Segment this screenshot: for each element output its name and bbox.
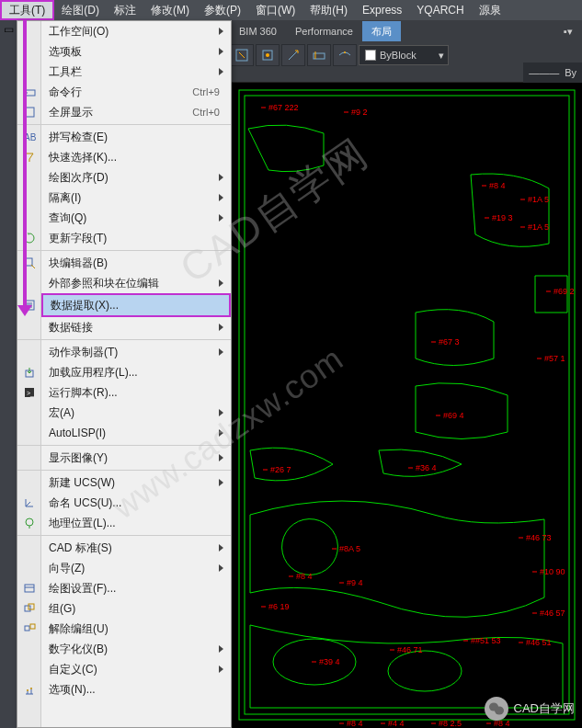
menu-item[interactable]: 显示图像(Y) [41, 448, 231, 468]
menu-item[interactable]: 绘图设置(F)... [41, 578, 231, 598]
ribbon-btn-2[interactable] [256, 44, 280, 66]
svg-rect-22 [245, 96, 569, 714]
menu-item[interactable]: 解除编组(U) [41, 619, 231, 639]
menu-item-label: 选项板 [49, 44, 82, 60]
menu-item[interactable]: 数据链接 [41, 317, 231, 337]
ribbon-btn-5[interactable] [333, 44, 357, 66]
menu-item-label: 绘图次序(D) [49, 170, 108, 186]
svg-point-4 [344, 51, 346, 53]
menu-item[interactable]: 选项板 [41, 41, 231, 62]
chevron-right-icon [219, 279, 223, 287]
tool-icon-1[interactable]: ▭ [1, 22, 16, 37]
menu-window[interactable]: 窗口(W) [248, 0, 302, 20]
svg-text:>_: >_ [27, 390, 34, 397]
color-byblock[interactable]: ByBlock ▾ [359, 45, 449, 65]
menu-item[interactable]: 外部参照和块在位编辑 [41, 273, 231, 293]
chevron-right-icon [219, 324, 223, 331]
tab-bim360[interactable]: BIM 360 [230, 21, 286, 41]
menu-express[interactable]: Express [355, 0, 409, 20]
svg-point-24 [388, 651, 462, 691]
canvas-label: #26 7 [270, 465, 291, 474]
tab-performance[interactable]: Performance [286, 21, 362, 41]
menu-item[interactable]: 组(G) [41, 598, 231, 619]
menu-item[interactable]: 选项(N)... [41, 679, 231, 700]
menu-shortcut: Ctrl+0 [192, 107, 220, 118]
canvas-label: #36 4 [416, 463, 437, 472]
menu-item-icon [17, 228, 40, 248]
menu-item[interactable]: 工具栏 [41, 62, 231, 82]
annotation-arrow [23, 20, 27, 307]
menu-item[interactable]: 动作录制器(T) [41, 342, 231, 362]
menu-item-icon [17, 472, 40, 493]
menu-item[interactable]: 加载应用程序(L)... [41, 362, 231, 382]
menu-dimension[interactable]: 标注 [107, 0, 143, 20]
menu-item-label: 显示图像(Y) [49, 450, 108, 466]
menu-item-icon [17, 362, 40, 382]
menu-item-icon [17, 208, 40, 228]
menu-item[interactable]: 命名 UCS(U)... [41, 493, 231, 513]
canvas-label: #4 4 [388, 719, 405, 728]
menu-yuanquan[interactable]: 源泉 [472, 0, 508, 20]
tab-config-icon[interactable]: ▪▾ [554, 21, 582, 41]
menu-item[interactable]: 块编辑器(B) [41, 253, 231, 273]
chevron-right-icon [219, 544, 223, 552]
menu-item[interactable]: CAD 标准(S) [41, 538, 231, 558]
menu-item-label: 数据链接 [49, 320, 93, 336]
chevron-right-icon [219, 429, 223, 437]
menu-item[interactable]: 绘图次序(D) [41, 167, 231, 188]
menu-draw[interactable]: 绘图(D) [54, 0, 107, 20]
menu-item[interactable]: 快速选择(K)... [41, 147, 231, 167]
menu-yqarch[interactable]: YQARCH [409, 0, 471, 20]
menu-item-icon [17, 513, 40, 533]
ribbon-btn-3[interactable] [281, 44, 305, 66]
ribbon-btn-1[interactable] [230, 44, 254, 66]
byblock-label: ByBlock [380, 50, 417, 61]
menu-item-label: 组(G) [49, 601, 75, 617]
menu-item[interactable]: 工作空间(O) [41, 21, 231, 41]
menu-item-icon [17, 403, 40, 423]
menu-item[interactable]: 宏(A) [41, 403, 231, 423]
menu-item[interactable]: 向导(Z) [41, 558, 231, 578]
menu-item-label: 加载应用程序(L)... [49, 365, 138, 381]
ribbon-btn-4[interactable] [307, 44, 331, 66]
menu-parametric[interactable]: 参数(P) [197, 0, 248, 20]
menu-item[interactable]: 数据提取(X)... [41, 293, 231, 317]
linetype-by[interactable]: ——— By [523, 63, 582, 83]
tab-layout[interactable]: 布局 [362, 21, 401, 41]
menu-item[interactable]: 新建 UCS(W) [41, 472, 231, 493]
chevron-right-icon [219, 479, 223, 486]
menu-item-label: 全屏显示 [49, 105, 93, 120]
menu-item[interactable]: 查询(Q) [41, 208, 231, 228]
menu-item[interactable]: 自定义(C) [41, 659, 231, 679]
chevron-right-icon [219, 48, 223, 55]
menu-item-label: 拼写检查(E) [49, 130, 108, 145]
wechat-label: CAD自学网 [514, 700, 575, 717]
menu-item-label: 新建 UCS(W) [49, 475, 115, 491]
menu-item-label: 宏(A) [49, 405, 74, 421]
menu-item[interactable]: 数字化仪(B) [41, 639, 231, 659]
menu-item-icon [17, 342, 40, 362]
svg-point-2 [266, 53, 269, 57]
chevron-right-icon [219, 28, 223, 35]
drawing-canvas[interactable]: #67 222#9 2#8 4#1A 5#19 3#1A 5#69 2#67 3… [232, 83, 582, 728]
menu-item[interactable]: 拼写检查(E) [41, 127, 231, 147]
menu-item[interactable]: 地理位置(L)... [41, 513, 231, 533]
menu-item-icon [17, 619, 40, 639]
menu-tools[interactable]: 工具(T) [0, 0, 54, 20]
menu-item[interactable]: 隔离(I) [41, 188, 231, 208]
menu-item[interactable]: 全屏显示Ctrl+0 [41, 102, 231, 122]
menu-help[interactable]: 帮助(H) [302, 0, 355, 20]
menu-item[interactable]: 更新字段(T) [41, 228, 231, 248]
menu-item-label: 动作录制器(T) [49, 345, 118, 360]
svg-rect-16 [29, 604, 34, 609]
wechat-badge: CAD自学网 [485, 697, 575, 721]
canvas-label: #19 3 [492, 213, 513, 222]
menu-item[interactable]: AutoLISP(I) [41, 423, 231, 443]
menu-item-label: 地理位置(L)... [49, 516, 116, 531]
menu-item[interactable]: 运行脚本(R)... [41, 382, 231, 403]
canvas-label: #69 4 [443, 411, 464, 420]
menu-modify[interactable]: 修改(M) [143, 0, 197, 20]
chevron-right-icon [219, 645, 223, 653]
svg-point-20 [30, 688, 32, 689]
menu-item[interactable]: 命令行Ctrl+9 [41, 82, 231, 102]
